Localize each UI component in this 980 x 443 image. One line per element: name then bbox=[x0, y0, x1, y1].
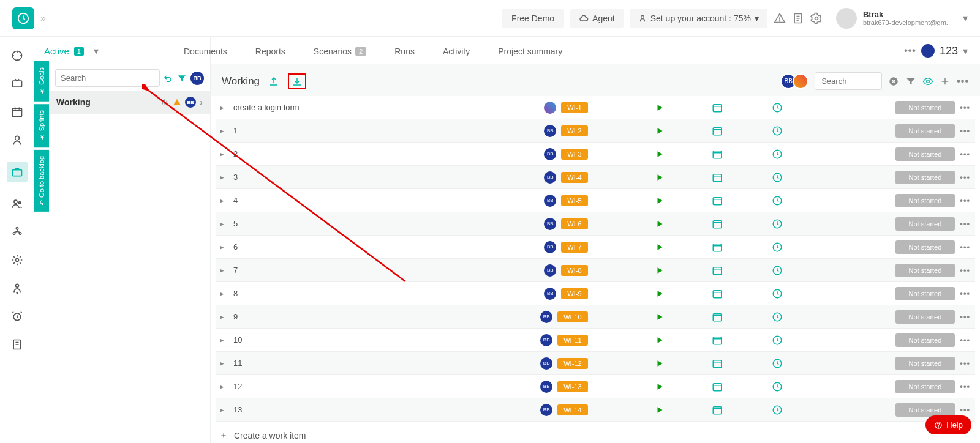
expand-sidebar-icon[interactable]: » bbox=[40, 13, 46, 24]
assignee-avatar[interactable]: BB bbox=[544, 218, 556, 230]
row-more-icon[interactable]: ••• bbox=[960, 219, 970, 228]
tab-reports[interactable]: Reports bbox=[255, 47, 285, 56]
calendar-icon[interactable] bbox=[712, 172, 723, 183]
row-more-icon[interactable]: ••• bbox=[960, 103, 970, 112]
status-badge[interactable]: Not started bbox=[895, 194, 956, 207]
work-row[interactable]: ▸8BBWI-9Not started••• bbox=[216, 282, 975, 305]
status-badge[interactable]: Not started bbox=[895, 240, 956, 254]
play-icon[interactable] bbox=[655, 103, 664, 112]
expand-icon[interactable]: ▸ bbox=[216, 103, 228, 112]
row-more-icon[interactable]: ••• bbox=[960, 266, 970, 275]
work-row[interactable]: ▸11BBWI-12Not started••• bbox=[216, 352, 975, 375]
expand-icon[interactable]: ▸ bbox=[216, 242, 228, 251]
clock-icon[interactable] bbox=[772, 335, 783, 346]
upload-icon[interactable] bbox=[268, 76, 279, 87]
expand-icon[interactable]: ▸ bbox=[216, 126, 228, 135]
work-row[interactable]: ▸3BBWI-4Not started••• bbox=[216, 166, 975, 189]
tab-runs[interactable]: Runs bbox=[394, 47, 415, 56]
clock-icon[interactable] bbox=[772, 265, 783, 276]
filter-icon[interactable] bbox=[905, 76, 916, 87]
help-button[interactable]: Help bbox=[925, 415, 971, 434]
calendar-icon[interactable] bbox=[712, 125, 723, 136]
assignee-avatar[interactable]: BB bbox=[544, 125, 556, 137]
work-row[interactable]: ▸10BBWI-11Not started••• bbox=[216, 329, 975, 352]
status-badge[interactable]: Not started bbox=[895, 357, 956, 370]
calendar-icon[interactable] bbox=[712, 311, 723, 322]
work-item-tag[interactable]: WI-12 bbox=[557, 358, 587, 369]
expand-icon[interactable]: ▸ bbox=[216, 149, 228, 158]
status-badge[interactable]: Not started bbox=[895, 124, 956, 138]
calendar-icon[interactable] bbox=[712, 242, 723, 253]
assignee-avatar[interactable]: BB bbox=[544, 241, 556, 253]
assignee-avatar[interactable] bbox=[544, 102, 556, 114]
play-icon[interactable] bbox=[655, 127, 664, 135]
nav-dashboard-icon[interactable] bbox=[10, 49, 24, 62]
row-more-icon[interactable]: ••• bbox=[960, 335, 970, 344]
work-row[interactable]: ▸5BBWI-6Not started••• bbox=[216, 212, 975, 236]
calendar-icon[interactable] bbox=[712, 102, 723, 113]
more-icon[interactable]: ••• bbox=[957, 76, 969, 87]
status-badge[interactable]: Not started bbox=[895, 264, 956, 277]
filter-icon[interactable] bbox=[177, 73, 187, 83]
row-more-icon[interactable]: ••• bbox=[960, 312, 970, 321]
app-logo[interactable] bbox=[12, 7, 34, 29]
work-item-tag[interactable]: WI-14 bbox=[557, 404, 587, 415]
nav-team-icon[interactable] bbox=[10, 197, 24, 210]
row-more-icon[interactable]: ••• bbox=[960, 149, 970, 158]
clear-icon[interactable] bbox=[888, 76, 899, 87]
nav-briefcase-icon[interactable] bbox=[7, 162, 28, 182]
side-tab-goals[interactable]: ★Goals bbox=[34, 61, 49, 102]
document-icon[interactable] bbox=[792, 12, 804, 24]
work-item-tag[interactable]: WI-7 bbox=[561, 242, 587, 253]
expand-icon[interactable]: ▸ bbox=[216, 335, 228, 344]
play-icon[interactable] bbox=[655, 359, 664, 368]
clock-icon[interactable] bbox=[772, 102, 783, 113]
calendar-icon[interactable] bbox=[712, 335, 723, 346]
status-badge[interactable]: Not started bbox=[895, 171, 956, 184]
play-icon[interactable] bbox=[655, 196, 664, 205]
status-badge[interactable]: Not started bbox=[895, 310, 956, 324]
tab-project-summary[interactable]: Project summary bbox=[498, 47, 562, 56]
play-icon[interactable] bbox=[655, 406, 664, 414]
calendar-icon[interactable] bbox=[712, 218, 723, 229]
row-more-icon[interactable]: ••• bbox=[960, 242, 970, 251]
assignee-avatar[interactable]: BB bbox=[540, 404, 552, 416]
undo-icon[interactable] bbox=[164, 73, 173, 83]
nav-profile-icon[interactable] bbox=[10, 281, 24, 295]
work-row[interactable]: ▸6BBWI-7Not started••• bbox=[216, 236, 975, 259]
more-icon[interactable]: ••• bbox=[904, 45, 916, 56]
user-badge[interactable]: BB bbox=[190, 72, 204, 85]
clock-icon[interactable] bbox=[772, 404, 783, 415]
nav-settings-icon[interactable] bbox=[10, 253, 24, 267]
status-badge[interactable]: Not started bbox=[895, 380, 956, 393]
nav-tv-icon[interactable] bbox=[10, 77, 24, 91]
calendar-icon[interactable] bbox=[712, 195, 723, 206]
assignee-avatar[interactable]: BB bbox=[544, 195, 556, 207]
work-row[interactable]: ▸12BBWI-13Not started••• bbox=[216, 375, 975, 398]
nav-user-icon[interactable] bbox=[10, 133, 24, 147]
work-item-tag[interactable]: WI-9 bbox=[561, 288, 587, 299]
work-item-tag[interactable]: WI-2 bbox=[561, 125, 587, 136]
side-tab-sprints[interactable]: ★Sprints bbox=[34, 104, 49, 147]
clock-icon[interactable] bbox=[772, 358, 783, 369]
work-row[interactable]: ▸7BBWI-8Not started••• bbox=[216, 259, 975, 282]
work-item-tag[interactable]: WI-5 bbox=[561, 195, 587, 206]
play-icon[interactable] bbox=[655, 150, 664, 158]
warning-icon[interactable] bbox=[774, 12, 786, 24]
expand-icon[interactable]: ▸ bbox=[216, 289, 228, 298]
work-item-tag[interactable]: WI-8 bbox=[561, 265, 587, 276]
assignee-avatar[interactable]: BB bbox=[540, 334, 552, 346]
clock-icon[interactable] bbox=[772, 311, 783, 322]
assignee-avatar[interactable]: BB bbox=[540, 311, 552, 323]
clock-icon[interactable] bbox=[772, 125, 783, 136]
play-icon[interactable] bbox=[655, 220, 664, 228]
work-item-tag[interactable]: WI-4 bbox=[561, 172, 587, 183]
row-more-icon[interactable]: ••• bbox=[960, 289, 970, 298]
work-item-tag[interactable]: WI-13 bbox=[557, 381, 587, 392]
work-item-tag[interactable]: WI-1 bbox=[561, 102, 587, 113]
assignee-avatar[interactable]: BB bbox=[544, 148, 556, 160]
tab-documents[interactable]: Documents bbox=[184, 47, 227, 56]
row-more-icon[interactable]: ••• bbox=[960, 359, 970, 368]
calendar-icon[interactable] bbox=[712, 288, 723, 299]
work-row[interactable]: ▸2BBWI-3Not started••• bbox=[216, 143, 975, 166]
